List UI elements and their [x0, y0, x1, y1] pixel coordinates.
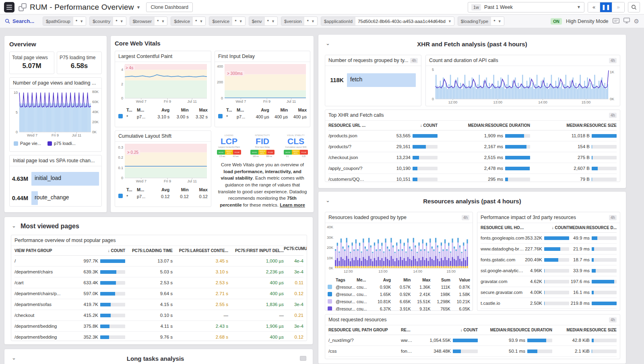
- cls-chart[interactable]: > 0.25 0.30.20.10Wed 7Fri 9Jul 11: [115, 142, 211, 185]
- widget-title: Resources loaded grouped by type: [328, 215, 407, 220]
- legend-row[interactable]: @resour...cou... 10.81K6.65K15.51K 1,298…: [328, 298, 470, 305]
- table-row[interactable]: /checkout 415.2K 0.10 s — — 0.21: [14, 310, 303, 321]
- high-density-toggle[interactable]: ON: [551, 18, 562, 25]
- clone-dashboard-button[interactable]: Clone Dashboard: [146, 2, 192, 12]
- metric-cell: 16.1 ms: [569, 290, 617, 295]
- fullscreen-monitor-icon[interactable]: [623, 18, 630, 25]
- kpi-total-page-views: Total page views 5.07M: [9, 52, 54, 74]
- time-backward-button[interactable]: «: [588, 2, 600, 12]
- time-forward-button[interactable]: »: [612, 2, 624, 12]
- template-variable-pill[interactable]: $service * ▼: [209, 17, 245, 26]
- metric-cell: 419.7K: [75, 302, 125, 307]
- table-row[interactable]: /_nuxt/img/? www.shopist.io 1,054.55K 93…: [328, 335, 617, 346]
- table-row[interactable]: /department/sofas 419.7K 4.15 s 2.55 s 1…: [14, 299, 303, 310]
- learn-more-link[interactable]: Learn more: [280, 203, 305, 207]
- pause-button[interactable]: ❚❚: [600, 2, 612, 12]
- threshold-label: > 300ms: [225, 71, 244, 76]
- loading-time-cell: 0.10 s: [125, 313, 173, 318]
- timeframe-badge: 4h: [609, 317, 617, 323]
- template-variable-pill[interactable]: $applicationId 75d50c62-8b66-403c-a453-a…: [321, 17, 454, 26]
- table-row[interactable]: /products/? 29,161 2,167 ms 154 B: [328, 141, 617, 152]
- page-views-chart[interactable]: 105080K60K40K20K0KWed 7Fri 9Jul 11: [10, 89, 101, 139]
- table-row[interactable]: fonts.googleapis.com 353.32K 49.9 ms: [481, 233, 617, 244]
- metric-cell: 1,054.55K: [415, 338, 478, 343]
- stats-table-row[interactable]: *p7... 0.120.120.12: [118, 193, 208, 200]
- table-row[interactable]: /products.json 53,565 1,909 ms 11,018 B: [328, 130, 617, 141]
- table-row[interactable]: ssl.google-analytics.c... 4.96K 33.9 ms: [481, 265, 617, 276]
- table-row[interactable]: t.castle.io 2.50K 219.8 ms: [481, 298, 617, 309]
- toplist-row[interactable]: 4.63M initial_load: [10, 172, 99, 186]
- collapse-chevron-icon[interactable]: ⌄: [326, 197, 330, 203]
- cls-stats-table: T...M... AvgMinMax *p7... 0.120.120.12: [115, 185, 211, 201]
- template-variable-pill[interactable]: $browser * ▼: [130, 17, 168, 26]
- pill-value: *: [265, 19, 271, 24]
- table-row[interactable]: /cart 633.4K 2.53 s 2.53 s 400 µs 0.11: [14, 277, 303, 288]
- table-row[interactable]: www.datadoghq-bro... 227.76K 21.9 ms: [481, 244, 617, 254]
- collapse-chevron-icon[interactable]: ⌄: [326, 40, 330, 46]
- gear-icon[interactable]: ⚙: [634, 18, 639, 25]
- metric-cell: 154 B: [530, 144, 617, 149]
- cwv-title: Core Web Vitals: [115, 40, 310, 47]
- table-row[interactable]: /css fonts.googleapis.com 348.48K 50.1 m…: [328, 346, 617, 357]
- stats-table-row[interactable]: *p7... 3.10 s3.00 s3.32 s: [118, 113, 208, 120]
- legend-label: Page vie...: [20, 141, 41, 146]
- zoom-graph-button[interactable]: [628, 2, 640, 12]
- template-variable-pill[interactable]: $country * ▼: [89, 17, 126, 26]
- resources-grouped-chart[interactable]: 40K30K20K10K0K12:0013:0014:0015:00: [325, 223, 473, 275]
- collapse-chevron-icon[interactable]: ⌄: [12, 355, 16, 361]
- lcp-cell: 2.71 s: [173, 291, 228, 296]
- table-row[interactable]: /customers/QQQQQDDOGQ.json 10,151 295 ms…: [328, 174, 617, 182]
- template-variable-pill[interactable]: $env * ▼: [249, 17, 278, 26]
- resources-grouped-widget: Resources loaded grouped by type4h 40K30…: [325, 212, 473, 311]
- time-range-selector[interactable]: 1w Past 1 Week ▼: [468, 2, 584, 12]
- resources-panel: ⌄ Resources analysis (past 4 hours) Reso…: [318, 191, 626, 364]
- most-viewed-pages-panel: ⌄ Most viewed pages Performance overview…: [4, 217, 313, 345]
- table-row[interactable]: static.zdassets.com 2.50K 20.0 ms: [481, 309, 617, 311]
- stats-table-row[interactable]: *p7... 400 µs400 µs400 µs: [218, 113, 307, 120]
- table-row[interactable]: /department/bedding 375.8K 4.11 s 2.43 s…: [14, 321, 303, 332]
- toplist-bar[interactable]: fetch: [347, 73, 419, 87]
- table-row[interactable]: /department/chairs 639.3K 5.03 s 3.10 s …: [14, 267, 303, 277]
- table-row[interactable]: gravatar.com 4.62K 197.6 ms: [481, 276, 617, 287]
- legend-item[interactable]: p75 loadi...: [47, 141, 76, 146]
- template-variable-pill[interactable]: $loadingType * ▼: [458, 17, 504, 26]
- search-input[interactable]: Search...: [5, 18, 39, 24]
- table-row[interactable]: secure.gravatar.com 4.00K 16.1 ms: [481, 287, 617, 298]
- template-variable-pill[interactable]: $pathGroup * ▼: [43, 17, 86, 26]
- toplist-row[interactable]: 0.44M route_change: [10, 191, 99, 205]
- svg-text:0: 0: [121, 96, 123, 100]
- section-header: ⌄ Most viewed pages: [11, 221, 306, 232]
- metric-cell: 4.00K: [527, 290, 569, 295]
- lcp-widget: Largest Contentful Paint > 4s 420Wed 7Fr…: [115, 51, 211, 127]
- legend-row[interactable]: @resour...cou... 1.65K0.92K2.41K 198K1.5…: [328, 291, 470, 298]
- main-menu-icon[interactable]: [4, 2, 14, 12]
- lcp-chart[interactable]: > 4s 420Wed 7Fri 9Jul 11: [115, 62, 211, 105]
- view-path: /department/bedding: [14, 324, 75, 329]
- resource-host: secure.gravatar.com: [481, 290, 527, 295]
- api-calls-chart[interactable]: 501K0K12:0013:0014:0015:00: [426, 66, 620, 106]
- drag-handle-icon[interactable]: [300, 356, 306, 361]
- section-title: XHR and Fetch analysis (past 4 hours): [325, 41, 619, 48]
- table-row[interactable]: /checkout.json 13,234 2,515 ms 275 B: [328, 152, 617, 163]
- svg-text:13:00: 13:00: [378, 269, 388, 273]
- legend-row[interactable]: @resour...cou... 0.93K0.57K1.36K 111K0.8…: [328, 283, 470, 291]
- template-variable-pill[interactable]: $device * ▼: [171, 17, 206, 26]
- pill-label: $applicationId: [321, 17, 355, 25]
- lcp-cell: 2.53 s: [173, 280, 228, 285]
- gauge-name: Cumulative Layout Shift: [284, 146, 308, 148]
- table-row[interactable]: /department/bedding 352.3K 9.76 s 2.68 s…: [14, 332, 303, 341]
- collapse-chevron-icon[interactable]: ⌄: [12, 223, 16, 229]
- legend-row[interactable]: @resour...cou... 6.37K3.91K9.31K 765K6.0…: [328, 305, 470, 311]
- dashboards-icon[interactable]: [19, 3, 27, 11]
- chevron-down-icon[interactable]: ▼: [136, 5, 141, 10]
- template-variable-pill[interactable]: $version * ▼: [281, 17, 318, 26]
- table-row[interactable]: / 997.7K 13.07 s 3.45 s 1,000 µs 4e-4: [14, 256, 303, 267]
- legend-item[interactable]: Page vie...: [14, 141, 41, 146]
- table-row[interactable]: /apply_coupon/? 10,190 2,478 ms 2,607 B: [328, 163, 617, 174]
- tv-mode-icon[interactable]: [613, 18, 619, 25]
- table-row[interactable]: fonts.gstatic.com 200.49K 18.7 ms: [481, 254, 617, 265]
- fid-chart[interactable]: > 300ms 4002000Wed 7Fri 9Jul 11: [215, 62, 310, 105]
- resource-path: /customers/QQQQQDDOGQ.json: [328, 177, 369, 182]
- svg-text:30K: 30K: [327, 236, 333, 240]
- table-row[interactable]: /department/chairs/p... 597.0K 9.64 s 2.…: [14, 288, 303, 299]
